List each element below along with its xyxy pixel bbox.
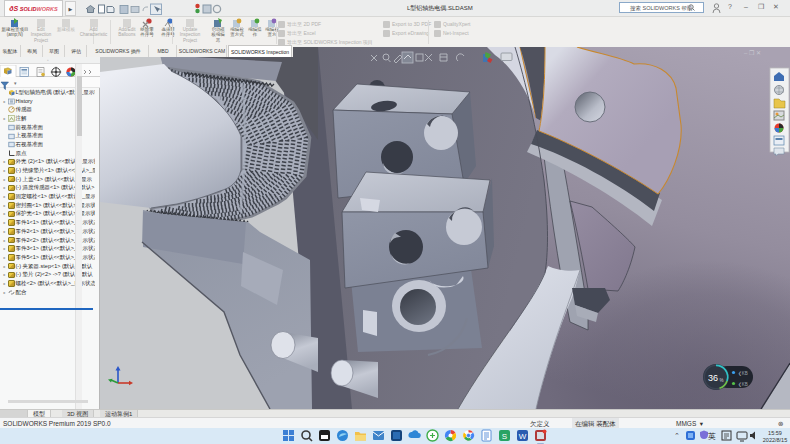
svg-text:2022/8/15: 2022/8/15 — [763, 437, 787, 443]
svg-text:36: 36 — [708, 373, 718, 383]
svg-text:‒ ❐ ✕: ‒ ❐ ✕ — [744, 50, 761, 56]
svg-text:S: S — [502, 432, 507, 441]
svg-text:%: % — [720, 378, 724, 383]
svg-text:⌃: ⌃ — [674, 432, 680, 439]
svg-text:英: 英 — [708, 432, 716, 441]
svg-text:15:59: 15:59 — [768, 430, 782, 436]
svg-text:W: W — [519, 432, 527, 441]
